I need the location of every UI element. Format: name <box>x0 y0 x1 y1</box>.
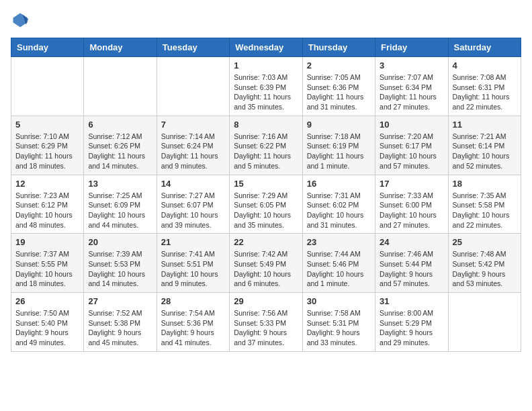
day-info: Sunrise: 7:27 AMSunset: 6:07 PMDaylight:… <box>161 191 225 230</box>
calendar-cell: 20 Sunrise: 7:39 AMSunset: 5:53 PMDaylig… <box>84 234 157 293</box>
day-info: Sunrise: 7:48 AMSunset: 5:42 PMDaylight:… <box>453 249 517 289</box>
day-info: Sunrise: 7:18 AMSunset: 6:19 PMDaylight:… <box>307 132 371 171</box>
calendar-cell: 19 Sunrise: 7:37 AMSunset: 5:55 PMDaylig… <box>11 234 84 293</box>
day-info: Sunrise: 7:07 AMSunset: 6:34 PMDaylight:… <box>380 73 443 112</box>
calendar-cell <box>84 57 157 116</box>
day-number: 28 <box>161 296 225 306</box>
day-info: Sunrise: 7:25 AMSunset: 6:09 PMDaylight:… <box>88 191 152 230</box>
calendar-header-monday: Monday <box>84 38 157 57</box>
day-info: Sunrise: 7:58 AMSunset: 5:31 PMDaylight:… <box>307 308 371 348</box>
page-header <box>11 11 521 30</box>
day-number: 24 <box>380 237 443 247</box>
day-info: Sunrise: 7:16 AMSunset: 6:22 PMDaylight:… <box>234 132 298 171</box>
day-info: Sunrise: 7:05 AMSunset: 6:36 PMDaylight:… <box>307 73 371 112</box>
day-number: 19 <box>15 237 79 247</box>
day-info: Sunrise: 7:52 AMSunset: 5:38 PMDaylight:… <box>88 308 152 348</box>
day-number: 11 <box>453 120 517 130</box>
calendar-header-wednesday: Wednesday <box>230 38 302 57</box>
day-number: 29 <box>234 296 298 306</box>
day-number: 7 <box>161 120 225 130</box>
day-number: 12 <box>15 179 79 189</box>
calendar-cell: 28 Sunrise: 7:54 AMSunset: 5:36 PMDaylig… <box>157 293 229 352</box>
day-info: Sunrise: 7:29 AMSunset: 6:05 PMDaylight:… <box>234 191 298 230</box>
calendar-week-row: 12 Sunrise: 7:23 AMSunset: 6:12 PMDaylig… <box>11 175 521 234</box>
calendar-header-sunday: Sunday <box>11 38 84 57</box>
calendar-cell: 1 Sunrise: 7:03 AMSunset: 6:39 PMDayligh… <box>230 57 302 116</box>
calendar-week-row: 26 Sunrise: 7:50 AMSunset: 5:40 PMDaylig… <box>11 293 521 352</box>
calendar-cell: 13 Sunrise: 7:25 AMSunset: 6:09 PMDaylig… <box>84 175 157 234</box>
day-number: 26 <box>15 296 79 306</box>
calendar-header-row: SundayMondayTuesdayWednesdayThursdayFrid… <box>11 38 521 57</box>
calendar-week-row: 5 Sunrise: 7:10 AMSunset: 6:29 PMDayligh… <box>11 116 521 175</box>
day-number: 18 <box>453 179 517 189</box>
calendar-cell: 10 Sunrise: 7:20 AMSunset: 6:17 PMDaylig… <box>375 116 448 175</box>
day-number: 30 <box>307 296 371 306</box>
calendar-cell: 12 Sunrise: 7:23 AMSunset: 6:12 PMDaylig… <box>11 175 84 234</box>
calendar-cell: 11 Sunrise: 7:21 AMSunset: 6:14 PMDaylig… <box>448 116 521 175</box>
day-info: Sunrise: 7:08 AMSunset: 6:31 PMDaylight:… <box>453 73 517 112</box>
day-number: 16 <box>307 179 371 189</box>
day-number: 15 <box>234 179 298 189</box>
calendar-cell: 29 Sunrise: 7:56 AMSunset: 5:33 PMDaylig… <box>230 293 302 352</box>
day-info: Sunrise: 7:44 AMSunset: 5:46 PMDaylight:… <box>307 249 371 289</box>
day-number: 17 <box>380 179 443 189</box>
calendar-cell: 23 Sunrise: 7:44 AMSunset: 5:46 PMDaylig… <box>302 234 375 293</box>
calendar-header-tuesday: Tuesday <box>157 38 229 57</box>
day-info: Sunrise: 7:54 AMSunset: 5:36 PMDaylight:… <box>161 308 225 348</box>
day-info: Sunrise: 7:12 AMSunset: 6:26 PMDaylight:… <box>88 132 152 171</box>
day-info: Sunrise: 7:23 AMSunset: 6:12 PMDaylight:… <box>15 191 79 230</box>
day-number: 25 <box>453 237 517 247</box>
day-number: 6 <box>88 120 152 130</box>
day-info: Sunrise: 7:31 AMSunset: 6:02 PMDaylight:… <box>307 191 371 230</box>
calendar-cell: 27 Sunrise: 7:52 AMSunset: 5:38 PMDaylig… <box>84 293 157 352</box>
calendar-cell <box>448 293 521 352</box>
day-info: Sunrise: 7:03 AMSunset: 6:39 PMDaylight:… <box>234 73 298 112</box>
calendar-cell: 14 Sunrise: 7:27 AMSunset: 6:07 PMDaylig… <box>157 175 229 234</box>
calendar-cell: 2 Sunrise: 7:05 AMSunset: 6:36 PMDayligh… <box>302 57 375 116</box>
calendar-cell: 3 Sunrise: 7:07 AMSunset: 6:34 PMDayligh… <box>375 57 448 116</box>
calendar-cell: 6 Sunrise: 7:12 AMSunset: 6:26 PMDayligh… <box>84 116 157 175</box>
calendar-cell: 21 Sunrise: 7:41 AMSunset: 5:51 PMDaylig… <box>157 234 229 293</box>
day-number: 21 <box>161 237 225 247</box>
logo-icon <box>11 11 30 30</box>
day-number: 1 <box>234 60 298 71</box>
day-info: Sunrise: 7:39 AMSunset: 5:53 PMDaylight:… <box>88 249 152 289</box>
day-info: Sunrise: 7:35 AMSunset: 5:58 PMDaylight:… <box>453 191 517 230</box>
calendar-cell: 18 Sunrise: 7:35 AMSunset: 5:58 PMDaylig… <box>448 175 521 234</box>
calendar-cell: 17 Sunrise: 7:33 AMSunset: 6:00 PMDaylig… <box>375 175 448 234</box>
calendar-cell: 25 Sunrise: 7:48 AMSunset: 5:42 PMDaylig… <box>448 234 521 293</box>
day-number: 2 <box>307 60 371 71</box>
day-number: 10 <box>380 120 443 130</box>
day-info: Sunrise: 7:10 AMSunset: 6:29 PMDaylight:… <box>15 132 79 171</box>
calendar-cell: 7 Sunrise: 7:14 AMSunset: 6:24 PMDayligh… <box>157 116 229 175</box>
calendar-cell: 9 Sunrise: 7:18 AMSunset: 6:19 PMDayligh… <box>302 116 375 175</box>
calendar-header-saturday: Saturday <box>448 38 521 57</box>
calendar-cell <box>11 57 84 116</box>
calendar-header-friday: Friday <box>375 38 448 57</box>
day-number: 8 <box>234 120 298 130</box>
calendar-week-row: 1 Sunrise: 7:03 AMSunset: 6:39 PMDayligh… <box>11 57 521 116</box>
day-info: Sunrise: 8:00 AMSunset: 5:29 PMDaylight:… <box>380 308 443 348</box>
calendar-cell: 15 Sunrise: 7:29 AMSunset: 6:05 PMDaylig… <box>230 175 302 234</box>
day-info: Sunrise: 7:46 AMSunset: 5:44 PMDaylight:… <box>380 249 443 289</box>
day-info: Sunrise: 7:41 AMSunset: 5:51 PMDaylight:… <box>161 249 225 289</box>
day-info: Sunrise: 7:50 AMSunset: 5:40 PMDaylight:… <box>15 308 79 348</box>
day-info: Sunrise: 7:33 AMSunset: 6:00 PMDaylight:… <box>380 191 443 230</box>
calendar-cell: 24 Sunrise: 7:46 AMSunset: 5:44 PMDaylig… <box>375 234 448 293</box>
day-number: 5 <box>15 120 79 130</box>
calendar-cell <box>157 57 229 116</box>
day-number: 9 <box>307 120 371 130</box>
day-info: Sunrise: 7:56 AMSunset: 5:33 PMDaylight:… <box>234 308 298 348</box>
day-info: Sunrise: 7:37 AMSunset: 5:55 PMDaylight:… <box>15 249 79 289</box>
calendar-header-thursday: Thursday <box>302 38 375 57</box>
day-number: 13 <box>88 179 152 189</box>
calendar-cell: 22 Sunrise: 7:42 AMSunset: 5:49 PMDaylig… <box>230 234 302 293</box>
day-number: 14 <box>161 179 225 189</box>
day-number: 4 <box>453 60 517 71</box>
day-info: Sunrise: 7:20 AMSunset: 6:17 PMDaylight:… <box>380 132 443 171</box>
day-number: 23 <box>307 237 371 247</box>
day-info: Sunrise: 7:14 AMSunset: 6:24 PMDaylight:… <box>161 132 225 171</box>
calendar-cell: 30 Sunrise: 7:58 AMSunset: 5:31 PMDaylig… <box>302 293 375 352</box>
calendar-table: SundayMondayTuesdayWednesdayThursdayFrid… <box>11 38 521 352</box>
logo <box>11 11 32 30</box>
